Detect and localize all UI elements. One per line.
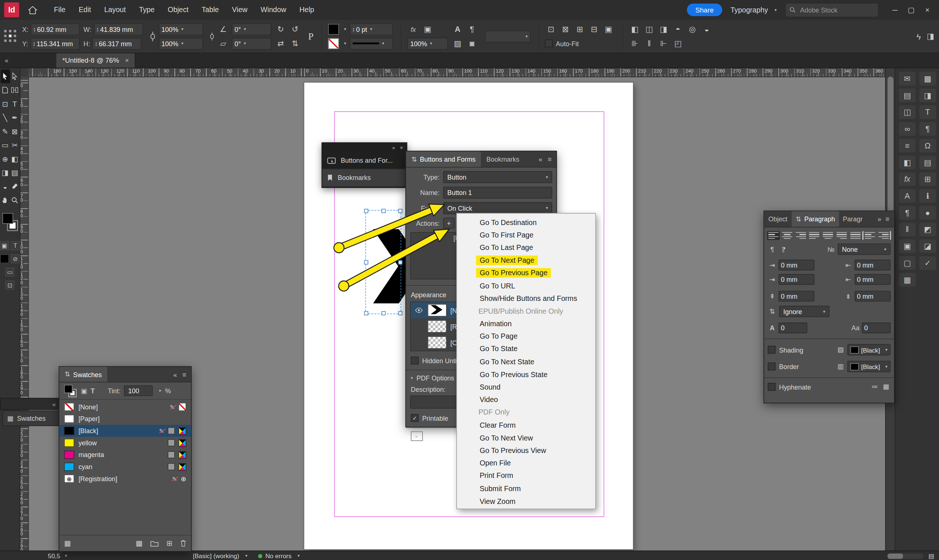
selection-handle[interactable] — [381, 209, 385, 213]
align-center-icon[interactable]: ◫ — [643, 23, 655, 34]
swatch-row-none[interactable]: [None]✎ — [59, 401, 191, 413]
border-color-dropdown[interactable]: [Black] ▾ — [847, 361, 891, 372]
zoom-level-field[interactable]: 50,5 ▾ — [48, 552, 67, 560]
apply-color-icon[interactable] — [0, 254, 9, 263]
scale-x-field[interactable]: 100%▾ — [159, 23, 203, 35]
preflight-panel-icon[interactable]: ● — [919, 206, 936, 220]
name-field[interactable]: Button 1 — [443, 186, 552, 198]
tab-buttons-and-forms[interactable]: ⇅ Buttons and Forms — [406, 151, 481, 167]
scale-y-field[interactable]: 100%▾ — [159, 37, 203, 49]
paragraph-direction-rtl-icon[interactable]: ¶ — [779, 246, 788, 253]
hidden-until-triggered-box[interactable] — [411, 357, 418, 364]
align-middle-icon[interactable]: ◎ — [686, 23, 698, 34]
cc-libraries-panel-icon[interactable]: ▦ — [899, 273, 916, 286]
tab-paragraph-styles[interactable]: Paragr — [839, 211, 867, 226]
distribute-center-icon[interactable]: ‖ — [643, 38, 655, 49]
show-swatch-kinds-icon[interactable]: ▦ — [64, 539, 71, 548]
close-button[interactable]: × — [919, 0, 935, 20]
space-before-field[interactable]: 0 mm — [778, 291, 814, 301]
tab-bookmarks[interactable]: Bookmarks — [481, 151, 524, 167]
page-tool-icon[interactable] — [0, 83, 10, 97]
share-button[interactable]: Share — [687, 4, 722, 16]
justify-last-right-icon[interactable] — [835, 231, 848, 240]
quick-actions-icon[interactable]: ϟ — [916, 32, 920, 41]
menu-item-go-to-last-page[interactable]: Go To Last Page — [457, 242, 595, 254]
wrap-icon[interactable]: ◙ — [466, 38, 478, 49]
panel-cycle-icon[interactable]: ⇅ — [796, 215, 801, 223]
vertical-ruler[interactable]: 2 01 001 02 03 04 05 06 07 08 09 01 0 01… — [20, 77, 29, 551]
collapse-panel-icon[interactable]: « — [174, 371, 177, 378]
zoom-tool-icon[interactable] — [10, 193, 19, 207]
align-top-icon[interactable]: ◓ — [672, 23, 684, 34]
menu-item-go-to-url[interactable]: Go To URL — [457, 279, 595, 292]
fill-stroke-proxy[interactable] — [2, 213, 18, 237]
trap-presets-panel-icon[interactable]: ◪ — [919, 239, 936, 253]
panel-options-icon[interactable]: ▦ — [881, 383, 890, 391]
formatting-affects-text-icon[interactable]: T — [11, 241, 19, 250]
gradient-swatch-tool-icon[interactable]: ◧ — [10, 152, 19, 166]
space-after-field[interactable]: 0 mm — [855, 291, 891, 301]
align-towards-spine-icon[interactable] — [862, 231, 876, 240]
rectangle-tool-icon[interactable]: ▭ — [0, 138, 10, 152]
selection-bounding-box[interactable] — [365, 210, 401, 314]
align-bottom-icon[interactable]: ◒ — [701, 23, 713, 34]
collapsed-swatches-button[interactable]: ▦ Swatches — [3, 411, 64, 426]
rectangle-frame-tool-icon[interactable]: ⊠ — [10, 125, 19, 138]
expand-panel-icon[interactable]: » — [392, 145, 395, 150]
gradient-panel-icon[interactable]: ◨ — [919, 89, 936, 103]
menu-help[interactable]: Help — [293, 0, 321, 20]
screen-mode-icon[interactable]: ▭ — [6, 268, 14, 276]
stroke-type-dropdown[interactable]: ▾ — [350, 37, 393, 49]
close-document-icon[interactable]: × — [125, 57, 129, 64]
shading-box[interactable] — [768, 346, 776, 354]
view-options-icon[interactable]: ⊡ — [6, 281, 14, 289]
rotation-angle-field[interactable]: 0°▾ — [231, 23, 271, 35]
fill-proxy-swatch[interactable] — [2, 213, 13, 223]
horizontal-ruler[interactable]: 1601501401301201101009080706050403020100… — [28, 68, 885, 77]
border-box[interactable] — [768, 363, 776, 370]
line-tool-icon[interactable]: ╲ — [0, 111, 10, 125]
first-line-indent-field[interactable]: 0 mm — [778, 274, 814, 285]
collapse-dock-icon[interactable]: « — [52, 401, 56, 407]
fit-view-icon[interactable]: ▤ — [928, 552, 934, 560]
fit-frame-to-content-icon[interactable]: ⊞ — [574, 23, 586, 34]
gradient-feather-tool-icon[interactable]: ◨ — [0, 166, 10, 180]
rotate-clockwise-icon[interactable]: ↻ — [275, 23, 287, 34]
swatch-row-paper[interactable]: [Paper] — [59, 413, 191, 425]
menu-item-go-to-previous-state[interactable]: Go To Previous State — [457, 368, 595, 381]
panel-menu-icon[interactable]: ≡ — [885, 215, 889, 223]
menu-item-go-to-previous-view[interactable]: Go To Previous View — [457, 444, 595, 457]
transparency-icon[interactable]: ▨ — [452, 38, 464, 49]
reference-point-selector[interactable] — [4, 30, 17, 43]
preflight-profile-dropdown[interactable]: [Basic] (working) ▾ — [193, 552, 248, 560]
menu-item-go-to-destination[interactable]: Go To Destination — [457, 216, 595, 229]
menu-edit[interactable]: Edit — [72, 0, 97, 20]
align-center-icon[interactable] — [781, 231, 793, 240]
menu-item-go-to-page[interactable]: Go To Page — [457, 330, 595, 343]
pen-tool-icon[interactable]: ✒ — [10, 111, 19, 125]
paragraph-direction-ltr-icon[interactable]: ¶ — [768, 246, 777, 253]
fill-stroke-proxy[interactable] — [64, 385, 77, 397]
fit-content-to-frame-icon[interactable]: ⊟ — [588, 23, 600, 34]
dock-control-panel-icon[interactable]: ◨ — [927, 32, 934, 41]
opacity-field[interactable]: 100%▾ — [407, 37, 448, 49]
menu-item-view-zoom[interactable]: View Zoom — [457, 495, 595, 508]
menu-item-go-to-state[interactable]: Go To State — [457, 343, 595, 355]
selection-tool-icon[interactable] — [0, 69, 10, 83]
indesign-logo-icon[interactable]: Id — [4, 3, 19, 18]
color-theme-tool-icon[interactable]: ◒ — [0, 180, 10, 194]
new-color-group-icon[interactable]: ▩ — [136, 539, 143, 548]
constrain-dimensions-icon[interactable] — [149, 30, 156, 42]
shading-checkbox[interactable]: Shading — [768, 346, 803, 354]
center-content-icon[interactable]: ▣ — [603, 23, 615, 34]
collapse-panel-icon[interactable]: « — [538, 155, 542, 163]
preflight-status[interactable]: No errors ▾ — [258, 552, 300, 560]
ruler-origin-corner[interactable] — [20, 68, 28, 76]
x-position-field[interactable]: ▴▾60.92 mm — [31, 23, 80, 35]
object-styles-panel-icon[interactable]: ▢ — [899, 256, 916, 270]
separations-preview-panel-icon[interactable]: ◩ — [919, 223, 936, 236]
swatch-row-black[interactable]: [Black]✎ — [59, 425, 191, 437]
menu-item-submit-form[interactable]: Submit Form — [457, 482, 595, 495]
eyedropper-tool-icon[interactable] — [10, 180, 19, 194]
menu-item-go-to-next-state[interactable]: Go To Next State — [457, 355, 595, 368]
